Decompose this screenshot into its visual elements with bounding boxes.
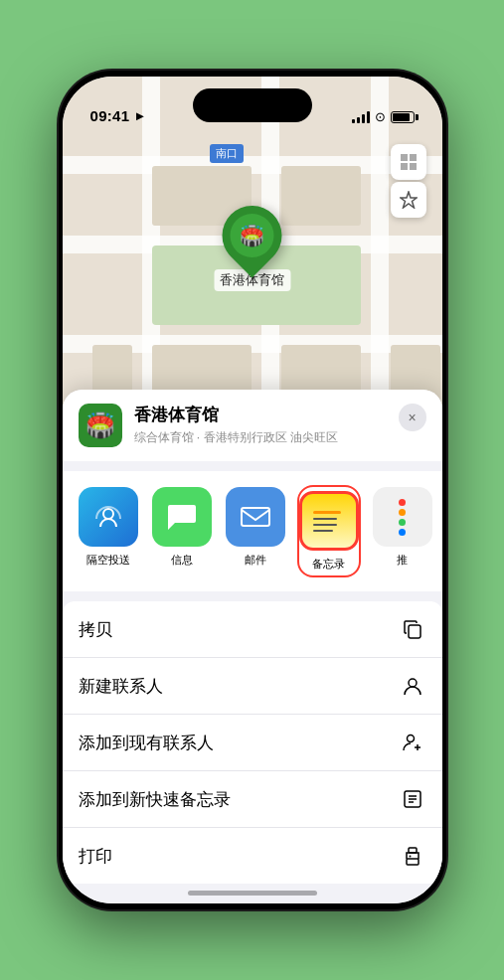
action-add-contact-label: 添加到现有联系人: [79, 732, 214, 754]
action-copy[interactable]: 拷贝: [63, 601, 442, 658]
map-controls: [391, 144, 426, 218]
airdrop-icon: [79, 487, 138, 547]
signal-bar-1: [352, 119, 355, 123]
person-icon: [399, 672, 426, 700]
location-icon: ►: [133, 108, 146, 123]
location-pin: 🏟️ 香港体育馆: [214, 206, 290, 291]
notes-label: 备忘录: [312, 557, 345, 572]
more-icon: [373, 487, 432, 547]
copy-icon: [399, 615, 426, 643]
place-icon: 🏟️: [79, 404, 122, 447]
mail-icon: [226, 487, 285, 547]
signal-bars: [352, 111, 370, 123]
svg-rect-15: [407, 859, 419, 865]
svg-point-7: [409, 679, 417, 687]
phone-screen: 09:41 ► ⊙: [63, 77, 442, 903]
home-indicator: [188, 891, 317, 896]
svg-point-8: [407, 735, 414, 742]
svg-rect-0: [401, 154, 408, 161]
svg-point-17: [409, 856, 411, 858]
place-header: 🏟️ 香港体育馆 综合体育馆 · 香港特别行政区 油尖旺区 ×: [63, 390, 442, 461]
signal-bar-4: [367, 111, 370, 123]
dot-blue: [399, 529, 406, 536]
place-name: 香港体育馆: [134, 404, 387, 426]
signal-bar-2: [357, 117, 360, 123]
svg-rect-3: [410, 163, 417, 170]
share-item-mail[interactable]: 邮件: [226, 487, 285, 575]
status-time: 09:41: [90, 107, 130, 124]
airdrop-label: 隔空投送: [86, 553, 130, 568]
person-add-icon: [399, 729, 426, 756]
action-list: 拷贝 新建联系人: [63, 601, 442, 884]
battery-fill: [393, 113, 410, 121]
wifi-icon: ⊙: [375, 109, 386, 124]
notes-line-3: [313, 524, 337, 526]
message-icon: [152, 487, 212, 547]
svg-rect-6: [409, 625, 420, 638]
place-description: 综合体育馆 · 香港特别行政区 油尖旺区: [134, 429, 387, 446]
dynamic-island: [193, 88, 312, 122]
share-item-message[interactable]: 信息: [152, 487, 212, 575]
signal-bar-3: [362, 114, 365, 123]
notes-line-2: [313, 518, 337, 520]
action-quick-note-label: 添加到新快速备忘录: [79, 788, 231, 811]
action-new-contact-label: 新建联系人: [79, 675, 163, 698]
svg-rect-5: [242, 508, 269, 526]
share-item-more[interactable]: 推: [373, 487, 432, 575]
share-item-airdrop[interactable]: 隔空投送: [79, 487, 138, 575]
print-icon: [399, 842, 426, 870]
action-quick-note[interactable]: 添加到新快速备忘录: [63, 771, 442, 828]
map-block: [281, 166, 361, 226]
share-item-notes[interactable]: 备忘录: [299, 487, 359, 575]
svg-rect-16: [409, 848, 417, 853]
message-label: 信息: [171, 553, 193, 568]
memo-icon: [399, 785, 426, 813]
more-dots: [399, 499, 406, 536]
action-add-contact[interactable]: 添加到现有联系人: [63, 715, 442, 771]
map-type-button[interactable]: [391, 144, 426, 180]
place-info: 香港体育馆 综合体育馆 · 香港特别行政区 油尖旺区: [134, 404, 387, 446]
notes-icon: [299, 491, 359, 551]
dot-green: [399, 519, 406, 526]
phone-frame: 09:41 ► ⊙: [59, 71, 446, 909]
close-button[interactable]: ×: [399, 404, 426, 431]
status-icons: ⊙: [352, 109, 415, 124]
location-button[interactable]: [391, 182, 426, 218]
more-label: 推: [397, 553, 408, 568]
notes-lines: [313, 511, 345, 532]
mail-label: 邮件: [245, 553, 266, 568]
action-new-contact[interactable]: 新建联系人: [63, 658, 442, 715]
notes-line-4: [313, 530, 333, 532]
action-print[interactable]: 打印: [63, 828, 442, 884]
north-label: 南口: [210, 144, 244, 163]
svg-rect-2: [401, 163, 408, 170]
svg-rect-1: [410, 154, 417, 161]
notes-line-1: [313, 511, 341, 514]
action-print-label: 打印: [79, 845, 112, 868]
pin-circle: 🏟️: [210, 194, 294, 278]
bottom-sheet: 🏟️ 香港体育馆 综合体育馆 · 香港特别行政区 油尖旺区 ×: [63, 390, 442, 903]
action-copy-label: 拷贝: [79, 618, 112, 641]
battery-icon: [391, 111, 415, 123]
svg-point-4: [103, 509, 113, 519]
dot-red: [399, 499, 406, 506]
share-row: 隔空投送 信息: [63, 471, 442, 591]
pin-inner: 🏟️: [231, 214, 274, 257]
dot-orange: [399, 509, 406, 516]
